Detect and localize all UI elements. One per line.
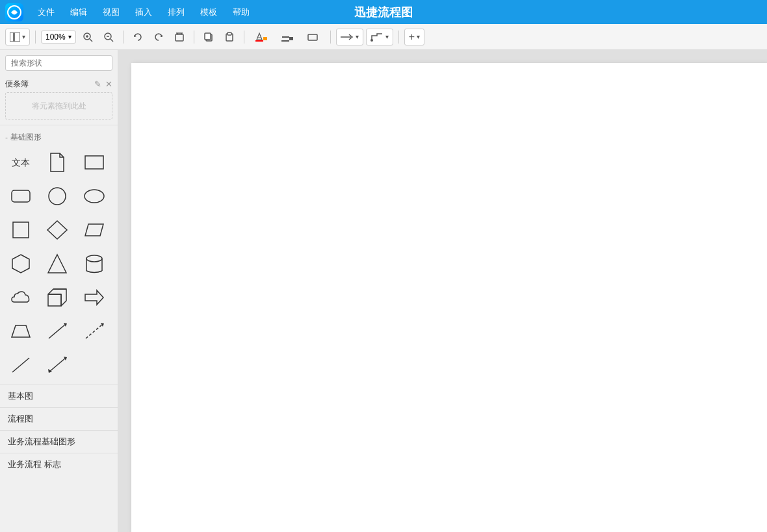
shapes-row-2 bbox=[0, 179, 118, 213]
close-bookmark-icon[interactable]: ✕ bbox=[105, 79, 112, 89]
shape-arrow[interactable] bbox=[79, 283, 110, 312]
svg-rect-30 bbox=[85, 156, 103, 169]
paste-button[interactable] bbox=[220, 29, 239, 45]
svg-rect-22 bbox=[281, 40, 289, 42]
shape-ellipse[interactable] bbox=[79, 182, 110, 210]
svg-rect-20 bbox=[255, 40, 263, 42]
shape-triangle[interactable] bbox=[42, 249, 73, 278]
canvas-container[interactable] bbox=[118, 50, 767, 532]
undo-button[interactable] bbox=[129, 29, 147, 45]
menu-edit[interactable]: 编辑 bbox=[64, 4, 94, 21]
svg-rect-17 bbox=[228, 32, 231, 35]
sidebar: 便条簿 ✎ ✕ 将元素拖到此处 基础图形 文本 bbox=[0, 50, 118, 532]
menu-help[interactable]: 帮助 bbox=[226, 4, 256, 21]
shapes-row-3 bbox=[0, 213, 118, 247]
svg-point-32 bbox=[49, 188, 66, 205]
fill-color-button[interactable] bbox=[250, 29, 273, 45]
shape-rectangle[interactable] bbox=[79, 148, 110, 177]
search-input[interactable] bbox=[11, 58, 109, 68]
app-title: 迅捷流程图 bbox=[354, 5, 413, 20]
category-bpmn-basic[interactable]: 业务流程基础图形 bbox=[0, 430, 118, 453]
search-box[interactable] bbox=[5, 55, 112, 71]
connect-style[interactable]: ▾ bbox=[366, 29, 393, 45]
canvas-area bbox=[131, 63, 767, 532]
zoom-out-button[interactable] bbox=[99, 29, 118, 45]
toolbar: ▾ 100% ▾ bbox=[0, 24, 767, 50]
separator-2 bbox=[123, 31, 124, 44]
shape-style-button[interactable] bbox=[302, 29, 325, 45]
shape-page[interactable] bbox=[42, 148, 73, 177]
svg-marker-38 bbox=[48, 255, 66, 273]
svg-point-39 bbox=[86, 255, 102, 262]
shape-text[interactable]: 文本 bbox=[5, 148, 36, 177]
svg-point-26 bbox=[370, 39, 373, 42]
category-list: 基本图 流程图 业务流程基础图形 业务流程 标志 bbox=[0, 382, 118, 478]
edit-bookmark-icon[interactable]: ✎ bbox=[94, 79, 101, 89]
shape-square[interactable] bbox=[5, 216, 36, 244]
menu-template[interactable]: 模板 bbox=[194, 4, 224, 21]
svg-rect-19 bbox=[263, 37, 267, 40]
shape-circle[interactable] bbox=[42, 182, 73, 210]
svg-marker-36 bbox=[85, 224, 103, 236]
separator-4 bbox=[244, 31, 244, 44]
shape-cloud[interactable] bbox=[5, 283, 36, 312]
svg-rect-24 bbox=[308, 34, 317, 40]
layout-toggle[interactable]: ▾ bbox=[5, 29, 30, 45]
svg-text:文本: 文本 bbox=[12, 158, 30, 168]
shape-parallelogram[interactable] bbox=[79, 216, 110, 244]
app-logo bbox=[5, 3, 23, 21]
shape-hexagon[interactable] bbox=[5, 249, 36, 278]
svg-rect-15 bbox=[205, 33, 211, 40]
menu-arrange[interactable]: 排列 bbox=[161, 4, 191, 21]
shapes-row-7 bbox=[0, 348, 118, 382]
menu-file[interactable]: 文件 bbox=[31, 4, 61, 21]
menu-view[interactable]: 视图 bbox=[96, 4, 126, 21]
shape-rounded-rect[interactable] bbox=[5, 182, 36, 210]
delete-button[interactable] bbox=[170, 29, 188, 45]
svg-line-52 bbox=[12, 358, 29, 372]
svg-marker-37 bbox=[12, 255, 29, 273]
separator-1 bbox=[35, 31, 36, 44]
shape-diagonal-line[interactable] bbox=[42, 317, 73, 346]
shape-line-simple[interactable] bbox=[5, 351, 36, 379]
category-flowchart[interactable]: 流程图 bbox=[0, 407, 118, 430]
zoom-control[interactable]: 100% ▾ bbox=[41, 31, 76, 44]
menu-bar: 文件 编辑 视图 插入 排列 模板 帮助 迅捷流程图 bbox=[0, 0, 767, 24]
shape-cylinder[interactable] bbox=[79, 249, 110, 278]
zoom-value: 100% bbox=[46, 32, 66, 42]
shape-dashed-line[interactable] bbox=[79, 317, 110, 346]
shapes-panel: 基础图形 文本 bbox=[0, 125, 118, 532]
copy-button[interactable] bbox=[200, 29, 218, 45]
separator-3 bbox=[194, 31, 194, 44]
svg-marker-46 bbox=[85, 290, 103, 305]
svg-line-8 bbox=[110, 39, 113, 42]
zoom-in-button[interactable] bbox=[79, 29, 97, 45]
basic-shapes-header: 基础图形 bbox=[0, 128, 118, 146]
shapes-row-1: 文本 bbox=[0, 146, 118, 179]
shape-diamond[interactable] bbox=[42, 216, 73, 244]
svg-marker-47 bbox=[12, 325, 30, 337]
shape-trapezoid[interactable] bbox=[5, 317, 36, 346]
svg-line-53 bbox=[49, 358, 66, 372]
line-color-button[interactable] bbox=[276, 29, 299, 45]
svg-rect-23 bbox=[289, 37, 293, 40]
main-layout: 便条簿 ✎ ✕ 将元素拖到此处 基础图形 文本 bbox=[0, 50, 767, 532]
shapes-row-4 bbox=[0, 247, 118, 281]
svg-rect-42 bbox=[48, 294, 61, 306]
redo-button[interactable] bbox=[150, 29, 168, 45]
category-basic[interactable]: 基本图 bbox=[0, 385, 118, 407]
bookmark-drop-zone: 将元素拖到此处 bbox=[5, 92, 112, 120]
add-button[interactable]: + ▾ bbox=[404, 29, 424, 45]
zoom-dropdown-icon: ▾ bbox=[68, 33, 72, 40]
svg-rect-10 bbox=[176, 34, 183, 41]
svg-rect-34 bbox=[13, 222, 29, 238]
category-bpmn-icons[interactable]: 业务流程 标志 bbox=[0, 453, 118, 475]
arrow-style[interactable]: ▾ bbox=[336, 29, 363, 45]
menu-insert[interactable]: 插入 bbox=[129, 4, 159, 21]
svg-rect-31 bbox=[12, 190, 30, 202]
bookmarks-actions: ✎ ✕ bbox=[94, 79, 112, 89]
svg-line-50 bbox=[86, 324, 103, 338]
svg-point-33 bbox=[84, 190, 104, 203]
shape-bidirectional-line[interactable] bbox=[42, 351, 73, 379]
shape-3dbox[interactable] bbox=[42, 283, 73, 312]
